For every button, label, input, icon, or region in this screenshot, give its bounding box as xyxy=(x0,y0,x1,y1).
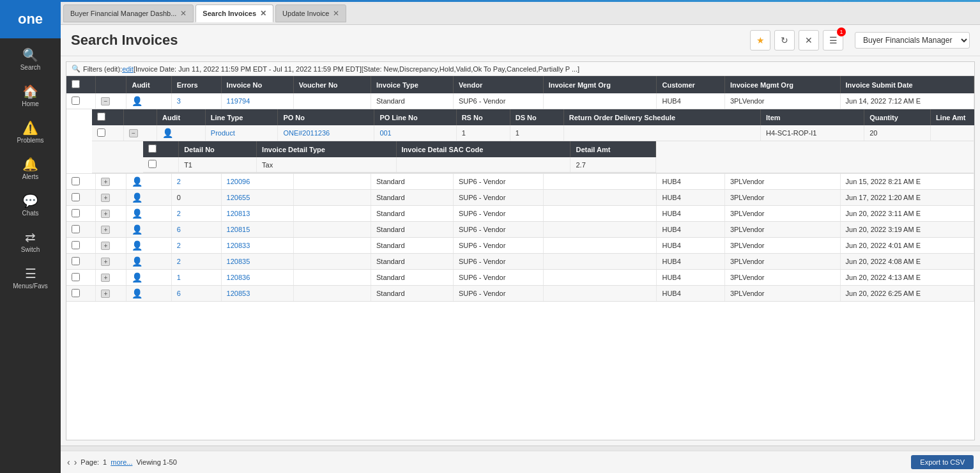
detail-col-1: Detail No xyxy=(179,141,257,157)
row-checkbox-1[interactable] xyxy=(72,177,80,185)
expand-btn-5[interactable]: + xyxy=(101,242,110,250)
expand-btn-8[interactable]: + xyxy=(101,290,110,298)
row-audit-cell: 👤 xyxy=(126,270,171,286)
row-checkbox-4[interactable] xyxy=(72,225,80,233)
row-invoice-type-cell: Standard xyxy=(371,270,453,286)
expand-btn-3[interactable]: + xyxy=(101,210,110,218)
row-invoice-type-cell: Standard xyxy=(371,286,453,302)
next-page-button[interactable]: › xyxy=(74,457,77,467)
close-page-button[interactable]: ✕ xyxy=(799,30,819,50)
col-header-7: Vendor xyxy=(453,76,543,93)
row-audit-cell: 👤 xyxy=(126,286,171,302)
audit-icon-2[interactable]: 👤 xyxy=(132,192,142,203)
sub-line-type-link-0[interactable]: Product xyxy=(211,129,235,137)
row-checkbox-2[interactable] xyxy=(72,193,80,201)
role-selector[interactable]: Buyer Financials Manager xyxy=(855,32,970,49)
filter-edit-link[interactable]: edit xyxy=(122,65,134,73)
audit-icon-3[interactable]: 👤 xyxy=(132,208,142,219)
app-logo[interactable]: one xyxy=(0,0,61,38)
invoice-link-5[interactable]: 120833 xyxy=(227,242,250,249)
row-expand-cell: + xyxy=(96,206,126,222)
sidebar-label-menus: Menus/Favs xyxy=(13,283,47,290)
refresh-button[interactable]: ↻ xyxy=(774,30,795,50)
sub-select-all[interactable] xyxy=(97,112,105,121)
sub-expand-btn-0[interactable]: − xyxy=(129,129,138,137)
prev-page-button[interactable]: ‹ xyxy=(67,457,70,467)
row-submit-date-cell: Jun 20, 2022 3:11 AM E xyxy=(840,206,974,222)
row-invoice-no-cell: 120853 xyxy=(221,286,293,302)
invoice-link-6[interactable]: 120835 xyxy=(227,258,250,265)
page-header: Search Invoices ★ ↻ ✕ ☰ 1 Buyer Financia… xyxy=(61,25,980,56)
detail-col-4: Detail Amt xyxy=(570,141,656,157)
expand-btn-6[interactable]: + xyxy=(101,258,110,266)
row-checkbox-0[interactable] xyxy=(72,97,80,105)
audit-icon-0[interactable]: 👤 xyxy=(132,96,142,106)
row-checkbox-8[interactable] xyxy=(72,289,80,297)
row-checkbox-3[interactable] xyxy=(72,209,80,217)
invoice-link-0[interactable]: 119794 xyxy=(227,97,250,105)
select-all-checkbox[interactable] xyxy=(72,80,80,88)
tab-close-search-invoices[interactable]: ✕ xyxy=(260,9,266,18)
sidebar-item-home[interactable]: 🏠 Home xyxy=(13,77,47,114)
invoice-link-3[interactable]: 120813 xyxy=(227,210,250,217)
table-row: + 👤 2 120096 Standard SUP6 - Vendor HUB4… xyxy=(66,174,974,190)
tab-buyer-dashboard[interactable]: Buyer Financial Manager Dashb... ✕ xyxy=(63,4,194,22)
row-invoice-no-cell: 120833 xyxy=(221,238,293,254)
row-invoicer-mgmt-cell xyxy=(543,286,657,302)
sub-col-header-0 xyxy=(92,109,124,125)
audit-icon-1[interactable]: 👤 xyxy=(132,176,142,187)
sub-table-cell: AuditLine TypePO NoPO Line NoRS NoDS NoR… xyxy=(66,109,974,174)
sub-audit-icon-0[interactable]: 👤 xyxy=(162,128,173,138)
row-checkbox-cell xyxy=(66,190,96,206)
invoice-link-7[interactable]: 120836 xyxy=(227,274,250,281)
audit-icon-6[interactable]: 👤 xyxy=(132,256,142,267)
row-expand-cell: + xyxy=(96,190,126,206)
tab-close-buyer-dashboard[interactable]: ✕ xyxy=(180,9,187,18)
invoice-link-8[interactable]: 120853 xyxy=(227,290,250,297)
expand-btn-2[interactable]: + xyxy=(101,194,110,202)
detail-select-all[interactable] xyxy=(148,144,157,153)
row-customer-cell: HUB4 xyxy=(657,93,724,109)
invoice-link-1[interactable]: 120096 xyxy=(227,178,250,185)
tab-search-invoices[interactable]: Search Invoices ✕ xyxy=(195,4,273,22)
horizontal-scrollbar[interactable] xyxy=(61,446,980,451)
col-header-4: Invoice No xyxy=(221,76,293,93)
tab-close-update-invoice[interactable]: ✕ xyxy=(333,9,339,18)
pagination: ‹ › Page: 1 more... Viewing 1-50 xyxy=(67,457,177,467)
tab-update-invoice[interactable]: Update Invoice ✕ xyxy=(275,4,346,22)
sidebar-item-problems[interactable]: ⚠️ Problems xyxy=(13,114,47,150)
row-checkbox-5[interactable] xyxy=(72,241,80,249)
more-link[interactable]: more... xyxy=(111,458,132,466)
sub-po-no-link-0[interactable]: ONE#2011236 xyxy=(283,129,330,137)
favorite-button[interactable]: ★ xyxy=(750,30,770,50)
row-checkbox-7[interactable] xyxy=(72,273,80,281)
expand-btn-7[interactable]: + xyxy=(101,274,110,282)
sidebar-item-search[interactable]: 🔍 Search xyxy=(13,41,47,77)
expand-btn-1[interactable]: + xyxy=(101,178,110,186)
invoice-link-4[interactable]: 120815 xyxy=(227,226,250,233)
invoice-link-2[interactable]: 120655 xyxy=(227,194,250,201)
detail-row-cb-0[interactable] xyxy=(148,160,157,168)
audit-icon-7[interactable]: 👤 xyxy=(132,272,142,283)
sidebar-item-menus[interactable]: ☰ Menus/Favs xyxy=(13,260,47,296)
audit-icon-8[interactable]: 👤 xyxy=(132,288,142,299)
export-csv-button[interactable]: Export to CSV xyxy=(911,455,974,469)
table-row: + 👤 6 120853 Standard SUP6 - Vendor HUB4… xyxy=(66,286,974,302)
sidebar-item-chats[interactable]: 💬 Chats xyxy=(13,187,47,223)
sub-row-checkbox-0[interactable] xyxy=(97,128,105,137)
sub-po-line-link-0[interactable]: 001 xyxy=(379,129,391,137)
audit-icon-4[interactable]: 👤 xyxy=(132,224,142,235)
tab-label-update-invoice: Update Invoice xyxy=(282,10,329,17)
table-row: + 👤 2 120813 Standard SUP6 - Vendor HUB4… xyxy=(66,206,974,222)
expand-btn-4[interactable]: + xyxy=(101,226,110,234)
expand-btn-0[interactable]: − xyxy=(101,97,110,105)
audit-icon-5[interactable]: 👤 xyxy=(132,240,142,251)
content-area: Search Invoices ★ ↻ ✕ ☰ 1 Buyer Financia… xyxy=(61,25,980,473)
row-vendor-cell: SUP6 - Vendor xyxy=(453,174,543,190)
sidebar-item-alerts[interactable]: 🔔 Alerts xyxy=(13,150,47,187)
row-checkbox-6[interactable] xyxy=(72,257,80,265)
row-voucher-cell xyxy=(293,93,371,109)
sidebar-item-switch[interactable]: ⇄ Switch xyxy=(13,223,47,260)
sub-col-header-7: DS No xyxy=(510,109,563,125)
alerts-icon: 🔔 xyxy=(22,157,38,172)
